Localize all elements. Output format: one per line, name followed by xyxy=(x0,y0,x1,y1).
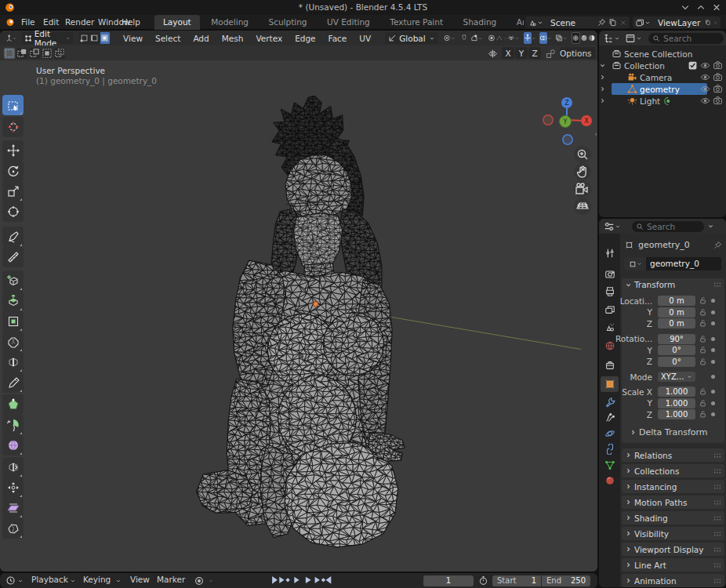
animate-dot[interactable] xyxy=(711,401,715,405)
animate-dot[interactable] xyxy=(711,310,715,314)
camera-view-button[interactable] xyxy=(574,180,591,198)
properties-tab-constraints[interactable] xyxy=(601,441,619,457)
animate-dot[interactable] xyxy=(711,348,715,352)
transform-value-field[interactable]: 0 m xyxy=(658,307,695,318)
symmetry-z-button[interactable]: Z xyxy=(528,47,541,59)
tool-annotate[interactable] xyxy=(2,227,24,247)
outliner-row-camera[interactable]: Camera xyxy=(599,71,726,83)
properties-tab-modifiers[interactable] xyxy=(601,394,619,410)
menu-keying[interactable]: Keying xyxy=(83,575,111,584)
menu-view[interactable]: View xyxy=(130,575,150,584)
properties-tab-particles[interactable] xyxy=(601,410,619,426)
mode-dropdown[interactable]: Edit Mode xyxy=(22,32,74,44)
tab-shading[interactable]: Shading xyxy=(455,15,506,30)
current-frame-field[interactable]: 1 xyxy=(423,575,474,586)
properties-tab-render[interactable] xyxy=(601,267,619,282)
delta-transform-subpanel[interactable]: Delta Transform xyxy=(630,427,708,437)
tool-edge-slide[interactable] xyxy=(2,457,24,477)
menu-file[interactable]: File xyxy=(16,16,41,28)
panel-collections[interactable]: Collections xyxy=(622,464,724,477)
tab-animation[interactable]: Animation xyxy=(508,15,524,30)
lock-icon[interactable] xyxy=(699,346,707,354)
minimize-button[interactable] xyxy=(679,2,692,13)
transform-value-field[interactable]: 90° xyxy=(658,334,695,344)
breadcrumb-object-name[interactable]: geometry_0 xyxy=(638,240,690,250)
eye-icon[interactable] xyxy=(700,60,710,71)
tool-loop-cut[interactable] xyxy=(2,352,24,372)
rotation-mode-dropdown[interactable]: XYZ... xyxy=(658,372,695,382)
tool-shear[interactable] xyxy=(2,498,24,518)
tab-texture-paint[interactable]: Texture Paint xyxy=(381,15,452,30)
copy-icon[interactable] xyxy=(705,18,711,27)
lock-icon[interactable] xyxy=(699,399,707,408)
pin-icon[interactable] xyxy=(597,18,606,27)
tool-rip-region[interactable] xyxy=(2,518,24,539)
animate-dot[interactable] xyxy=(711,390,715,394)
tool-cursor[interactable] xyxy=(2,117,24,137)
properties-search-input[interactable]: Search xyxy=(632,221,704,232)
properties-tab-data[interactable] xyxy=(601,457,619,473)
outliner-row-light[interactable]: Light xyxy=(599,95,726,107)
display-mode-icon[interactable] xyxy=(625,33,636,44)
orientation-dropdown[interactable]: Global xyxy=(385,32,438,44)
gizmos-toggle-icon[interactable] xyxy=(524,32,532,44)
object-name-value[interactable]: geometry_0 xyxy=(646,257,721,270)
select-mode-invert-icon[interactable] xyxy=(42,48,53,59)
menu-select[interactable]: Select xyxy=(149,34,187,43)
eye-icon[interactable] xyxy=(700,96,710,106)
transform-value-field[interactable]: 1.000 xyxy=(658,398,695,408)
tool-spin[interactable] xyxy=(2,415,24,435)
symmetry-y-button[interactable]: Y xyxy=(515,47,528,59)
tool-poly-build[interactable] xyxy=(2,394,24,415)
properties-tab-object-alt[interactable] xyxy=(601,358,619,373)
tool-bevel[interactable] xyxy=(2,332,24,352)
eye-icon[interactable] xyxy=(700,72,710,82)
lock-icon[interactable] xyxy=(699,387,707,396)
tool-smooth[interactable] xyxy=(2,435,24,456)
transform-value-field[interactable]: 1.000 xyxy=(658,409,695,419)
blender-app-menu-icon[interactable] xyxy=(5,17,16,27)
select-mode-intersect-icon[interactable] xyxy=(54,48,65,59)
show-object-types-icon[interactable] xyxy=(507,32,515,44)
panel-motion-paths[interactable]: Motion Paths xyxy=(622,495,724,509)
camera-visibility-icon[interactable] xyxy=(713,72,723,82)
properties-tab-output[interactable] xyxy=(601,284,619,299)
object-name-field[interactable]: geometry_0 xyxy=(624,257,721,270)
panel-instancing[interactable]: Instancing xyxy=(622,480,724,493)
transform-value-field[interactable]: 0° xyxy=(658,345,695,355)
auto-key-record-icon[interactable] xyxy=(194,575,205,586)
symmetry-x-button[interactable]: X xyxy=(502,47,514,59)
properties-tab-tool[interactable] xyxy=(601,245,619,261)
tool-rotate[interactable] xyxy=(2,161,24,181)
properties-tab-object[interactable] xyxy=(601,376,619,392)
menu-marker[interactable]: Marker xyxy=(157,575,185,584)
select-mode-subtract-icon[interactable] xyxy=(29,48,40,59)
animate-dot[interactable] xyxy=(711,299,715,303)
menu-vertex[interactable]: Vertex xyxy=(249,34,289,43)
maximize-button[interactable] xyxy=(695,2,707,13)
snap-target-icon[interactable] xyxy=(470,32,478,44)
properties-tab-viewlayer[interactable] xyxy=(601,302,619,318)
outliner-row-collection[interactable]: Collection xyxy=(599,60,726,71)
snap-magnet-icon[interactable] xyxy=(460,32,468,44)
scene-selector[interactable]: Scene xyxy=(525,16,630,28)
tab-modeling[interactable]: Modeling xyxy=(202,15,257,30)
transform-panel-header[interactable]: Transform xyxy=(622,278,724,291)
outliner-row-scene-collection[interactable]: Scene Collection xyxy=(599,48,726,60)
animate-dot[interactable] xyxy=(711,412,715,416)
pivot-point-icon[interactable] xyxy=(443,32,451,44)
menu-mesh[interactable]: Mesh xyxy=(216,34,250,43)
edge-select-button[interactable] xyxy=(90,32,100,44)
transform-value-field[interactable]: 1.000 xyxy=(658,387,695,397)
face-select-button[interactable] xyxy=(100,32,110,44)
zoom-button[interactable] xyxy=(574,146,591,163)
camera-visibility-icon[interactable] xyxy=(713,96,723,106)
animate-dot[interactable] xyxy=(711,375,715,379)
panel-line-art[interactable]: Line Art xyxy=(622,558,724,572)
tool-transform[interactable] xyxy=(2,201,24,222)
tool-knife[interactable] xyxy=(2,372,24,393)
transform-value-field[interactable]: 0 m xyxy=(658,296,695,306)
panel-animation[interactable]: Animation xyxy=(622,574,724,587)
shading-material-icon[interactable] xyxy=(588,32,596,44)
lock-icon[interactable] xyxy=(699,308,707,317)
